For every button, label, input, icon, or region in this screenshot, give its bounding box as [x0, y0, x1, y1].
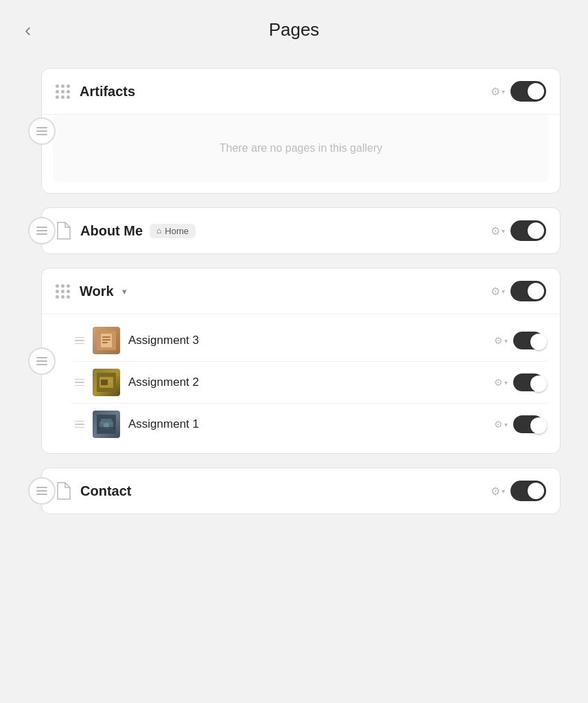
artifacts-toggle[interactable]	[510, 81, 546, 102]
circle-handle-artifacts[interactable]	[28, 117, 56, 145]
header: ‹ Pages	[0, 0, 588, 54]
chevron-down-icon: ▾	[502, 487, 505, 495]
card-header-work: Work ▾ ⚙ ▾	[42, 268, 560, 314]
assignment1-actions: ⚙ ▾	[491, 415, 543, 433]
work-actions: ⚙ ▾	[488, 281, 546, 301]
assignment1-toggle[interactable]	[513, 415, 543, 433]
thumbnail-assignment2	[93, 369, 120, 396]
artifacts-title: Artifacts	[80, 84, 478, 100]
assignment3-actions: ⚙ ▾	[491, 332, 543, 349]
sub-drag-assignment3[interactable]	[75, 337, 84, 345]
work-dropdown-button[interactable]: ▾	[121, 286, 127, 297]
sub-drag-assignment2[interactable]	[75, 379, 84, 387]
card-artifacts: Artifacts ⚙ ▾ There are no pages in this…	[41, 68, 561, 194]
contact-toggle[interactable]	[510, 481, 546, 501]
assignment2-title: Assignment 2	[128, 376, 483, 389]
card-header-artifacts: Artifacts ⚙ ▾	[42, 69, 560, 114]
gear-icon: ⚙	[494, 377, 503, 388]
artifacts-gear-button[interactable]: ⚙ ▾	[488, 82, 508, 101]
svg-rect-3	[102, 339, 110, 341]
circle-handle-about-me[interactable]	[28, 217, 56, 244]
chevron-down-icon: ▾	[504, 421, 508, 428]
work-toggle[interactable]	[510, 281, 546, 301]
contact-actions: ⚙ ▾	[488, 481, 546, 501]
list-item: Assignment 3 ⚙ ▾	[69, 320, 549, 362]
list-item: Assignment 1 ⚙ ▾	[69, 404, 549, 445]
svg-rect-4	[102, 342, 108, 343]
assignment2-gear-button[interactable]: ⚙ ▾	[491, 374, 510, 391]
work-sub-items: Assignment 3 ⚙ ▾	[42, 314, 560, 453]
circle-handle-contact[interactable]	[28, 477, 56, 505]
chevron-down-icon: ▾	[504, 379, 508, 387]
svg-rect-8	[109, 380, 112, 382]
about-me-toggle[interactable]	[510, 220, 546, 241]
work-title: Work ▾	[80, 284, 478, 299]
assignment1-gear-button[interactable]: ⚙ ▾	[491, 416, 510, 433]
assignment3-toggle[interactable]	[513, 332, 543, 349]
thumbnail-assignment3	[93, 327, 120, 354]
artifacts-empty: There are no pages in this gallery	[53, 115, 549, 182]
page-icon-contact	[56, 482, 71, 500]
svg-rect-7	[101, 380, 108, 385]
sub-drag-assignment1[interactable]	[75, 421, 84, 428]
svg-rect-13	[98, 427, 115, 430]
work-gear-button[interactable]: ⚙ ▾	[488, 282, 508, 301]
svg-rect-2	[102, 336, 110, 338]
contact-title: Contact	[80, 483, 478, 499]
chevron-down-icon: ▾	[504, 337, 508, 345]
grid-icon-artifacts	[56, 84, 70, 99]
assignment2-toggle[interactable]	[513, 373, 543, 391]
page-title: Pages	[269, 19, 320, 41]
list-item: Assignment 2 ⚙ ▾	[69, 362, 549, 404]
gear-icon: ⚙	[491, 285, 500, 298]
circle-handle-work[interactable]	[28, 347, 56, 375]
card-contact: Contact ⚙ ▾	[41, 468, 561, 514]
gear-icon: ⚙	[491, 85, 500, 98]
home-icon: ⌂	[156, 226, 161, 235]
card-header-contact: Contact ⚙ ▾	[42, 468, 560, 514]
content: Artifacts ⚙ ▾ There are no pages in this…	[0, 54, 588, 542]
gear-icon: ⚙	[491, 485, 500, 498]
page-icon-about-me	[56, 222, 71, 240]
thumbnail-assignment1	[93, 411, 120, 438]
assignment3-gear-button[interactable]: ⚙ ▾	[491, 332, 510, 349]
about-me-gear-button[interactable]: ⚙ ▾	[488, 222, 508, 240]
card-about-me: About Me ⌂ Home ⚙ ▾	[41, 207, 561, 254]
home-badge: ⌂ Home	[150, 224, 196, 238]
gear-icon: ⚙	[491, 224, 500, 238]
contact-gear-button[interactable]: ⚙ ▾	[488, 482, 508, 500]
artifacts-actions: ⚙ ▾	[488, 81, 546, 102]
assignment2-actions: ⚙ ▾	[491, 373, 543, 391]
gear-icon: ⚙	[494, 419, 503, 430]
card-work: Work ▾ ⚙ ▾	[41, 268, 561, 454]
chevron-down-icon: ▾	[502, 88, 505, 95]
chevron-down-icon: ▾	[502, 288, 505, 295]
assignment1-title: Assignment 1	[128, 417, 483, 431]
card-header-about-me: About Me ⌂ Home ⚙ ▾	[42, 208, 560, 253]
assignment3-title: Assignment 3	[128, 334, 483, 347]
grid-icon-work	[56, 284, 70, 299]
chevron-down-icon: ▾	[502, 227, 505, 235]
gear-icon: ⚙	[494, 335, 503, 346]
back-button[interactable]: ‹	[25, 21, 31, 40]
dropdown-arrow-icon: ▾	[122, 286, 127, 297]
about-me-actions: ⚙ ▾	[488, 220, 546, 241]
about-me-title: About Me ⌂ Home	[80, 223, 478, 239]
